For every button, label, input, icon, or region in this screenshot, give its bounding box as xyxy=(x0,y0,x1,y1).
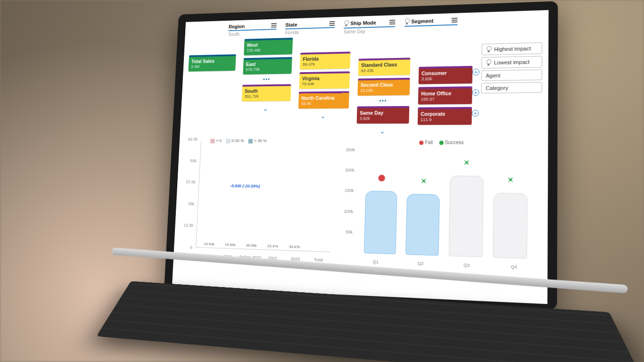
choice-lowest-impact[interactable]: Lowest impact xyxy=(481,56,542,69)
node-ship-second[interactable]: Second Class15.05k xyxy=(357,78,410,96)
node-state-virginia[interactable]: Virginia70.64k xyxy=(299,71,350,89)
node-label: Second Class xyxy=(361,82,407,88)
tree-col-segment: Consumer3.65k+ Home Office155.97+ Corpor… xyxy=(418,66,473,125)
choice-agent[interactable]: Agent xyxy=(481,69,542,81)
crumb-region[interactable]: Region South xyxy=(228,23,277,38)
xtick: Q2 xyxy=(398,260,444,267)
node-region-east[interactable]: East678.78k xyxy=(243,57,292,74)
node-value: 3.92k xyxy=(360,116,370,121)
crumb-state[interactable]: State Florida xyxy=(285,21,335,36)
xtick: Q3 xyxy=(444,262,490,269)
node-label: West xyxy=(247,41,290,48)
node-value: 70.64k xyxy=(302,82,314,86)
quarter-plot xyxy=(354,150,539,259)
quarter-bar[interactable] xyxy=(449,175,483,257)
fail-marker-icon xyxy=(378,175,385,181)
legend-label: Success xyxy=(445,140,464,145)
quarter-bar[interactable] xyxy=(363,191,397,254)
hamburger-icon[interactable] xyxy=(329,21,335,26)
legend-label: Fail xyxy=(425,140,433,145)
ytick: 50k xyxy=(339,229,353,234)
node-ship-sameday[interactable]: Same Day3.92k xyxy=(357,106,410,123)
bulb-icon xyxy=(486,59,491,66)
choice-label: Lowest impact xyxy=(494,59,530,66)
choice-label: Category xyxy=(486,85,508,91)
tree-col-state: Florida89.47k Virginia70.64k North Carol… xyxy=(298,52,350,120)
ytick: 100k xyxy=(339,209,353,214)
chevron-down-icon[interactable]: ⌄ xyxy=(263,105,268,112)
crumb-segment[interactable]: Segment xyxy=(405,17,458,33)
node-value: 111.9 xyxy=(421,117,431,122)
waterfall-bar[interactable]: 14.54k xyxy=(201,247,217,248)
node-value: 391.72k xyxy=(245,94,259,99)
waterfall-bar[interactable]: 23.47k xyxy=(264,249,281,250)
node-total-sales[interactable]: Total Sales 2.3M xyxy=(188,54,236,72)
node-label: Same Day xyxy=(360,110,406,116)
bulb-icon xyxy=(344,20,348,27)
expand-icon[interactable]: + xyxy=(472,89,479,96)
tree-col-region: West725.46k East678.78k ••• South391.72k… xyxy=(241,38,293,112)
waterfall-bar[interactable]: 19.95k xyxy=(222,248,238,248)
node-seg-corporate[interactable]: Corporate111.9+ xyxy=(418,107,472,125)
ellipsis-icon[interactable]: ••• xyxy=(357,98,410,104)
ytick: 200k xyxy=(340,168,355,173)
bar-value-label: 14.54k xyxy=(201,242,217,248)
node-state-florida[interactable]: Florida89.47k xyxy=(300,52,351,70)
crumb-title: Region xyxy=(229,24,245,29)
ytick: 37.5k xyxy=(182,180,196,184)
waterfall-bar[interactable]: 26.58k xyxy=(243,249,259,249)
crumb-value: Same Day xyxy=(344,28,395,34)
ytick: 250k xyxy=(341,148,355,152)
bar-value-label: 26.58k xyxy=(243,243,259,249)
node-value: 62.43k xyxy=(361,68,374,73)
node-value: 155.97 xyxy=(421,97,435,101)
node-region-south[interactable]: South391.72k xyxy=(242,84,291,102)
node-seg-consumer[interactable]: Consumer3.65k+ xyxy=(419,66,473,84)
crumb-title: Ship Mode xyxy=(350,20,376,26)
xtick: Q4 xyxy=(490,263,538,270)
node-region-west[interactable]: West725.46k xyxy=(244,38,293,56)
bar-value-label: 34.87k xyxy=(286,245,303,251)
choice-highest-impact[interactable]: Highest impact xyxy=(482,42,543,55)
chevron-down-icon[interactable]: ⌄ xyxy=(380,127,386,135)
chevron-down-icon[interactable]: ⌄ xyxy=(320,112,326,120)
expand-icon[interactable]: + xyxy=(472,69,479,75)
node-label: South xyxy=(245,88,288,94)
laptop-mockup: Region South State Florida Ship Mode Sam… xyxy=(164,1,558,310)
waterfall-plot: -6.89k (-20.59%) 14.54k19.95k26.58k23.47… xyxy=(196,141,334,252)
xtick: Q1 xyxy=(354,259,398,265)
quarter-bar[interactable] xyxy=(493,193,528,258)
node-value: 15.05k xyxy=(360,88,373,93)
node-value: 2.3M xyxy=(191,64,199,69)
node-label: Virginia xyxy=(302,75,347,81)
expand-icon[interactable]: + xyxy=(472,110,479,116)
crumb-shipmode[interactable]: Ship Mode Same Day xyxy=(344,19,395,34)
ytick: 0 xyxy=(179,245,192,250)
node-label: Florida xyxy=(303,55,347,62)
waterfall-bar[interactable] xyxy=(308,251,324,251)
quarter-legend: Fail Success xyxy=(341,140,542,145)
quarter-yaxis: 50k100k150k200k250k xyxy=(338,150,355,253)
waterfall-chart: < 0 0-30 % > 30 % 012.5k25k37.5k50k62.5k… xyxy=(179,139,337,263)
choice-label: Agent xyxy=(486,73,500,79)
quarter-chart: Fail Success 50k100k150k200k250k Q1Q2Q3Q… xyxy=(338,140,542,271)
node-label: Total Sales xyxy=(191,58,233,64)
waterfall-bar[interactable]: 34.87k xyxy=(286,250,303,251)
ellipsis-icon[interactable]: ••• xyxy=(243,76,292,82)
bulb-icon xyxy=(486,46,491,53)
quarter-bar[interactable] xyxy=(406,194,440,256)
charts-row: < 0 0-30 % > 30 % 012.5k25k37.5k50k62.5k… xyxy=(179,139,542,270)
tree-col-shipmode: Standard Class62.43k Second Class15.05k … xyxy=(356,58,411,135)
crumb-value: South xyxy=(228,31,276,37)
next-level-choices: Highest impact Lowest impact Agent Categ… xyxy=(481,42,542,93)
node-state-nc[interactable]: North Carolina55.6k xyxy=(298,91,349,108)
node-value: 725.46k xyxy=(247,48,261,53)
hamburger-icon[interactable] xyxy=(271,23,277,28)
node-label: East xyxy=(246,61,289,67)
node-seg-home[interactable]: Home Office155.97+ xyxy=(418,86,472,105)
hamburger-icon[interactable] xyxy=(452,18,458,23)
hamburger-icon[interactable] xyxy=(389,20,395,25)
node-ship-standard[interactable]: Standard Class62.43k xyxy=(358,58,411,75)
choice-category[interactable]: Category xyxy=(481,82,542,93)
node-value: 3.65k xyxy=(421,76,432,81)
